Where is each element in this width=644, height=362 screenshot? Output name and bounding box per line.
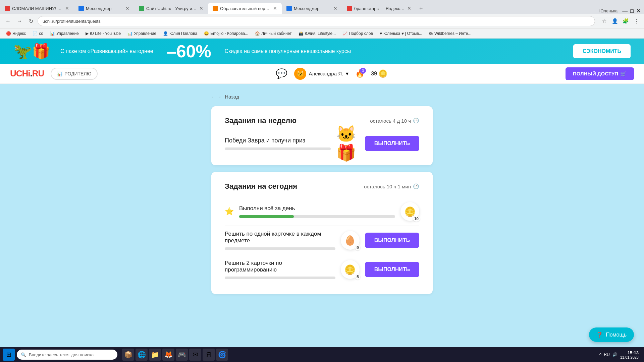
bookmark-label-cabinet: Личный кабинет	[261, 31, 291, 36]
tab-5[interactable]: Мессенджер ✕	[282, 3, 342, 14]
bookmark-cabinet[interactable]: 🏠 Личный кабинет	[252, 31, 294, 37]
tab-close-3[interactable]: ✕	[199, 6, 203, 11]
site-logo[interactable]: UCHi.RU	[10, 68, 44, 79]
reward-icon-3: 🪙	[344, 264, 356, 275]
coins-badge: 39 🪙	[371, 69, 387, 78]
parent-chart-icon: 📊	[57, 71, 62, 76]
bookmark-manage1[interactable]: 📊 Управление	[47, 31, 82, 37]
tab-close-1[interactable]: ✕	[65, 6, 69, 11]
promo-banner: 🦖🎁 С пакетом «Развивающий» выгоднее –60%…	[0, 39, 644, 64]
tray-lang: RU	[604, 352, 610, 357]
taskbar-yandex[interactable]: 🦊	[162, 349, 174, 361]
tab-label-4: Образовательный порта...	[220, 6, 271, 11]
reload-nav-button[interactable]: ↻	[26, 16, 36, 26]
close-button[interactable]: ✕	[636, 8, 641, 14]
back-nav-button[interactable]: ←	[3, 16, 13, 26]
user-name-label: Александра Я.	[309, 71, 343, 76]
tab-favicon-6	[347, 6, 352, 11]
bookmark-yulenka[interactable]: ♥ Юленька ♥ | Отзыв...	[377, 31, 425, 37]
maximize-button[interactable]: □	[630, 8, 634, 14]
new-tab-button[interactable]: +	[416, 3, 426, 14]
taskbar-chrome[interactable]: 🌀	[216, 349, 228, 361]
forward-nav-button[interactable]: →	[15, 16, 24, 26]
weekly-quest-item: Победи Завра и получи приз 🐱🎁 ВЫПОЛНИТЬ	[225, 132, 419, 155]
bookmark-label-manage2: Управление	[134, 31, 156, 36]
daily-quest-label-2: Решить по одной карточке в каждом предме…	[225, 231, 335, 244]
bookmark-pavlova[interactable]: 👤 Юлия Павлова	[160, 31, 200, 37]
weekly-progress-bar-bg	[225, 147, 331, 150]
taskbar-search-label: Введите здесь текст для поиска	[29, 352, 94, 357]
volume-icon[interactable]: 🔊	[612, 352, 618, 357]
tray-chevron-icon[interactable]: ^	[599, 352, 601, 357]
taskbar-files[interactable]: 📁	[149, 349, 161, 361]
tab-label-5: Мессенджер	[294, 6, 331, 11]
extensions-button[interactable]: 🧩	[621, 17, 630, 25]
tab-close-5[interactable]: ✕	[333, 6, 337, 11]
bookmark-lifestyle[interactable]: 📸 Юлия. Lifestyle...	[296, 31, 338, 37]
tab-favicon-5	[286, 6, 292, 11]
tab-label-6: бравл старс — Яндекс: на...	[354, 6, 405, 11]
full-access-button[interactable]: ПОЛНЫЙ ДОСТУП 🛒	[566, 67, 634, 80]
weekly-execute-button[interactable]: ВЫПОЛНИТЬ	[365, 136, 419, 151]
taskbar-edge[interactable]: 🌐	[136, 349, 148, 361]
bookmark-icon-manage1: 📊	[50, 31, 55, 36]
parent-button[interactable]: 📊 РОДИТЕЛЮ	[51, 68, 97, 80]
back-link[interactable]: ← ← Назад	[211, 94, 239, 100]
tab-6[interactable]: бравл старс — Яндекс: на... ✕	[342, 3, 416, 14]
start-button[interactable]: ⊞	[3, 349, 15, 361]
daily-quest-inner-2: Решить по одной карточке в каждом предме…	[225, 231, 335, 250]
star-icon-1: ⭐	[225, 207, 234, 216]
url-bar[interactable]	[38, 16, 595, 26]
bookmark-words[interactable]: 📈 Подбор слов	[340, 31, 376, 37]
taskbar-mail[interactable]: ✉	[189, 349, 201, 361]
bookmark-co[interactable]: 📄 co	[30, 31, 46, 37]
daily-execute-button-3[interactable]: ВЫПОЛНИТЬ	[365, 262, 419, 277]
full-access-label: ПОЛНЫЙ ДОСТУП	[573, 71, 618, 76]
help-button[interactable]: ❓ Помощь	[589, 327, 634, 342]
bookmark-yandex[interactable]: 🔴 Яндекс	[3, 31, 29, 37]
tab-label-1: СЛОМАЛИ МАШИНУ! На...	[12, 6, 63, 11]
bookmark-emoji[interactable]: 😀 Emojilo - Копирова...	[201, 31, 251, 37]
reward-icon-2: 🥚	[344, 235, 356, 246]
bookmark-youtube[interactable]: ▶ Ю Life - YouTube	[83, 31, 123, 37]
bookmark-label-co: co	[39, 31, 43, 36]
bookmark-wildberries[interactable]: 🛍 Wildberries – Инте...	[426, 31, 474, 37]
daily-quest-label-3: Решить 2 карточки по программированию	[225, 260, 335, 273]
tab-close-4[interactable]: ✕	[273, 6, 277, 11]
promo-package-text: С пакетом «Развивающий» выгоднее	[60, 48, 153, 54]
user-badge[interactable]: 🐱 Александра Я. ▾	[294, 68, 349, 80]
taskbar-yandex2[interactable]: Я	[203, 349, 215, 361]
bookmarks-bar: 🔴 Яндекс 📄 co 📊 Управление ▶ Ю Life - Yo…	[0, 28, 644, 39]
daily-execute-button-2[interactable]: ВЫПОЛНИТЬ	[365, 233, 419, 248]
reward-badge-3: 🪙 5	[341, 260, 360, 279]
taskbar-search[interactable]: 🔍 Введите здесь текст для поиска	[17, 350, 117, 360]
daily-clock-icon: 🕐	[413, 183, 419, 189]
bookmark-label-emoji: Emojilo - Копирова...	[210, 31, 248, 36]
back-label: ← Назад	[218, 94, 239, 100]
tab-3[interactable]: Сайт Uchi.ru - Учи.ру инте... ✕	[134, 3, 208, 14]
tab-close-2[interactable]: ✕	[125, 6, 129, 11]
tab-4[interactable]: Образовательный порта... ✕	[208, 3, 282, 14]
streak-badge: 🔥 3	[355, 69, 364, 78]
daily-quest-label-1: Выполни всё за день	[239, 205, 395, 212]
bookmark-button[interactable]: ☆	[600, 17, 608, 25]
bookmark-icon-yandex: 🔴	[6, 31, 11, 36]
reward-count-3: 5	[355, 274, 360, 280]
settings-button[interactable]: ⋮	[632, 17, 641, 25]
tab-2[interactable]: Мессенджер ✕	[74, 3, 134, 14]
site-header: UCHi.RU 📊 РОДИТЕЛЮ 💬 🐱 Александра Я. ▾ 🔥…	[0, 64, 644, 84]
taskbar-dropbox[interactable]: 📦	[122, 349, 134, 361]
profile-button[interactable]: 👤	[610, 17, 619, 25]
tab-close-6[interactable]: ✕	[407, 6, 411, 11]
taskbar-app5[interactable]: 🎮	[176, 349, 188, 361]
promo-save-button[interactable]: СЭКОНОМИТЬ	[573, 44, 631, 58]
taskbar-time-display: 15:13	[620, 350, 639, 355]
cart-icon: 🛒	[620, 71, 627, 77]
daily-quest-item-1: ⭐ Выполни всё за день 🪙 10	[225, 197, 419, 226]
bookmark-manage2[interactable]: 📊 Управление	[125, 31, 159, 37]
bookmark-icon-youtube: ▶	[86, 31, 89, 36]
tab-1[interactable]: СЛОМАЛИ МАШИНУ! На... ✕	[0, 3, 74, 14]
weekly-time-label: осталось 4 д 10 ч	[370, 118, 411, 124]
chat-button[interactable]: 💬	[276, 68, 287, 79]
minimize-button[interactable]: —	[622, 8, 628, 14]
